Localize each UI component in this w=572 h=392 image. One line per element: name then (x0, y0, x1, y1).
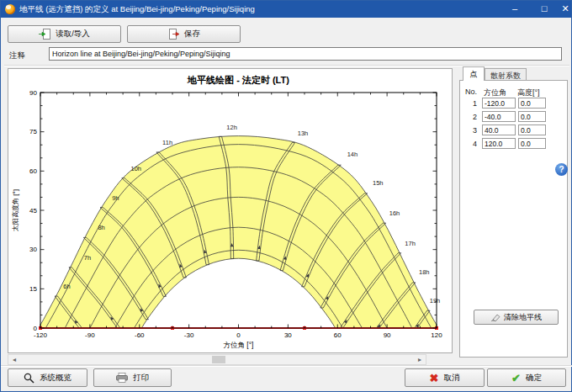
azimuth-input-1[interactable] (482, 98, 516, 109)
document-import-icon (39, 29, 50, 40)
cancel-button-label: 取消 (443, 373, 459, 384)
chart-horizontal-scrollbar[interactable]: ◂ ▸ (8, 354, 426, 365)
ok-check-icon: ✔ (511, 373, 521, 384)
horizon-definition-dialog: 地平线 (远方遮挡) 的定义 at Beijing/Bei-jing/Pekin… (0, 0, 572, 392)
save-button-label: 保存 (184, 29, 200, 40)
column-header-no: No. (465, 87, 477, 96)
document-save-icon (167, 29, 179, 40)
svg-text:-120: -120 (34, 331, 48, 339)
svg-text:90: 90 (29, 89, 37, 97)
save-button[interactable]: 保存 (127, 25, 241, 43)
svg-text:17h: 17h (405, 240, 416, 247)
svg-text:15: 15 (29, 285, 37, 293)
clear-horizon-button[interactable]: 清除地平线 (474, 310, 559, 325)
svg-text:19h: 19h (430, 297, 441, 305)
azimuth-input-4[interactable] (482, 138, 516, 149)
footer-separator (1, 365, 572, 367)
svg-text:0: 0 (236, 331, 241, 339)
svg-text:7h: 7h (84, 254, 91, 262)
svg-text:13h: 13h (298, 130, 309, 137)
height-input-1[interactable] (518, 98, 546, 109)
height-input-2[interactable] (518, 111, 546, 122)
ok-button-label: 确定 (526, 373, 542, 384)
sun-icon (5, 4, 15, 14)
row-1-number: 1 (465, 99, 477, 108)
tab-points-label: 点 (470, 70, 478, 78)
print-button[interactable]: 打印 (93, 368, 172, 387)
height-input-3[interactable] (518, 124, 546, 135)
svg-text:30: 30 (284, 331, 292, 339)
svg-text:90: 90 (384, 331, 391, 339)
azimuth-input-2[interactable] (482, 111, 516, 122)
svg-text:8h: 8h (98, 224, 104, 231)
cancel-button[interactable]: ✖ 取消 (405, 368, 485, 387)
tab-diffuse-coefficient-label: 散射系数 (490, 72, 521, 80)
scroll-right-icon[interactable]: ▸ (414, 355, 426, 364)
tab-points[interactable]: 点 (463, 66, 485, 81)
sun-path-chart-panel: 6h7h8h9h10h11h12h13h14h15h16h17h18h19h-1… (8, 68, 453, 353)
sun-path-chart[interactable]: 6h7h8h9h10h11h12h13h14h15h16h17h18h19h-1… (8, 69, 452, 352)
svg-text:14h: 14h (347, 151, 358, 158)
printer-icon (116, 373, 128, 383)
minimize-button[interactable]: – (502, 1, 527, 18)
import-button[interactable]: 读取/导入 (8, 25, 121, 43)
print-button-label: 打印 (133, 373, 149, 384)
ok-button[interactable]: ✔ 确定 (487, 368, 566, 387)
window-title: 地平线 (远方遮挡) 的定义 at Beijing/Bei-jing/Pekin… (19, 1, 255, 18)
height-input-4[interactable] (518, 138, 546, 149)
scroll-left-icon[interactable]: ◂ (8, 355, 20, 364)
svg-text:-90: -90 (85, 331, 95, 339)
system-overview-label: 系统概览 (40, 373, 72, 384)
svg-text:6h: 6h (63, 283, 70, 290)
svg-text:太阳高度角 [°]: 太阳高度角 [°] (12, 189, 19, 231)
svg-text:9h: 9h (112, 194, 119, 202)
cancel-x-icon: ✖ (430, 373, 439, 384)
svg-text:45: 45 (29, 207, 37, 215)
row-3-number: 3 (465, 126, 477, 135)
svg-text:18h: 18h (419, 268, 430, 276)
comment-label: 注释 (9, 50, 25, 61)
azimuth-input-3[interactable] (482, 124, 516, 135)
svg-text:16h: 16h (389, 209, 400, 217)
svg-text:-60: -60 (135, 331, 145, 339)
system-overview-button[interactable]: 系统概览 (8, 368, 87, 387)
svg-text:120: 120 (431, 331, 442, 339)
help-icon[interactable]: ? (555, 163, 568, 176)
svg-text:方位角 [°]: 方位角 [°] (224, 341, 254, 349)
row-2-number: 2 (465, 113, 477, 121)
tab-diffuse-coefficient[interactable]: 散射系数 (485, 68, 527, 81)
svg-text:地平线绘图 - 法定时 (LT): 地平线绘图 - 法定时 (LT) (187, 75, 289, 85)
svg-text:-30: -30 (184, 331, 194, 339)
row-4-number: 4 (465, 140, 477, 148)
svg-text:12h: 12h (226, 124, 237, 131)
magnifier-icon (24, 373, 34, 384)
svg-text:11h: 11h (162, 139, 172, 146)
svg-text:75: 75 (29, 128, 37, 135)
clear-horizon-label: 清除地平线 (504, 312, 542, 323)
svg-text:30: 30 (29, 246, 37, 253)
svg-text:60: 60 (29, 167, 37, 175)
import-button-label: 读取/导入 (56, 29, 90, 40)
eraser-icon (490, 313, 500, 321)
separator (4, 65, 569, 66)
scrollbar-thumb[interactable] (212, 356, 225, 363)
svg-text:60: 60 (334, 331, 342, 339)
titlebar: 地平线 (远方遮挡) 的定义 at Beijing/Bei-jing/Pekin… (1, 1, 571, 18)
comment-input[interactable] (49, 47, 562, 61)
svg-text:15h: 15h (373, 179, 384, 187)
svg-text:10h: 10h (131, 165, 142, 172)
close-button[interactable]: ✕ (553, 1, 572, 18)
svg-text:0: 0 (34, 325, 38, 332)
